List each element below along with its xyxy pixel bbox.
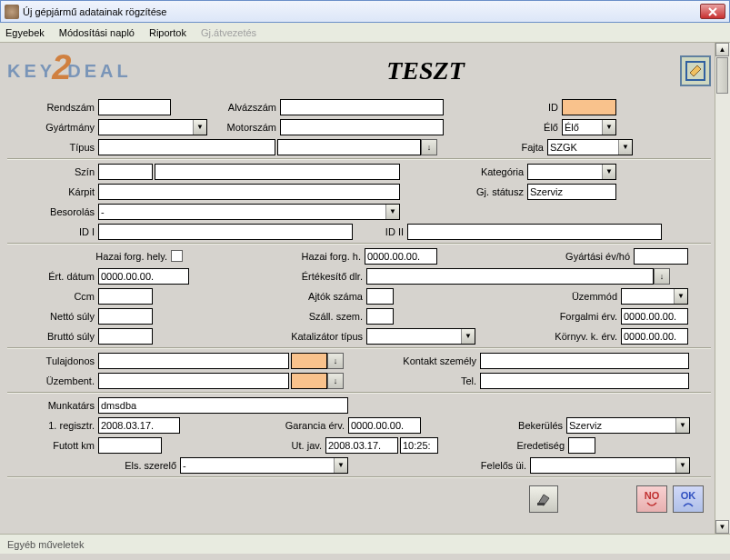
tipus-lookup-button[interactable]: ↓: [421, 139, 437, 155]
label-elo: Élő: [444, 122, 562, 133]
label-netto: Nettó súly: [7, 311, 98, 322]
ert-datum-field[interactable]: 0000.00.00.: [98, 268, 189, 285]
szall-field[interactable]: [366, 308, 394, 325]
bekerules-select[interactable]: Szerviz▼: [566, 417, 690, 434]
label-szall: Száll. szem.: [153, 311, 366, 322]
motorszam-field[interactable]: [280, 119, 444, 135]
close-button[interactable]: [700, 4, 725, 19]
ert-dlr-lookup-button[interactable]: ↓: [654, 268, 670, 285]
futott-field[interactable]: [98, 437, 162, 454]
utjav-date-field[interactable]: 2008.03.17.: [325, 437, 398, 454]
status-text: Egyéb műveletek: [7, 539, 84, 550]
tulajdonos-code-field[interactable]: [291, 353, 327, 369]
menu-egyebek[interactable]: Egyebek: [5, 27, 45, 38]
main-form: KEY 2 DEAL TESZT Rendszám Alvázszám ID G…: [0, 43, 715, 534]
tulajdonos-lookup-button[interactable]: ↓: [327, 353, 344, 369]
rendszam-field[interactable]: [98, 99, 171, 115]
app-icon: [5, 5, 19, 19]
brutto-field[interactable]: [98, 328, 153, 345]
ok-button[interactable]: OK: [673, 485, 704, 513]
ccm-field[interactable]: [98, 288, 153, 305]
elo-select[interactable]: Élő▼: [562, 119, 616, 135]
menu-modositasi-naplo[interactable]: Módosítási napló: [59, 27, 135, 38]
munkatars-field[interactable]: dmsdba: [98, 397, 348, 414]
chevron-down-icon: ▼: [193, 120, 206, 135]
kategoria-select[interactable]: ▼: [527, 164, 616, 180]
id2-field[interactable]: [407, 224, 662, 240]
fajta-select[interactable]: SZGK▼: [547, 139, 633, 155]
eraser-button[interactable]: [529, 485, 558, 513]
kat-tipus-select[interactable]: ▼: [366, 328, 475, 345]
label-uzembent: Üzembent.: [7, 375, 98, 386]
label-besorolas: Besorolás: [7, 206, 98, 217]
scroll-thumb[interactable]: [716, 57, 728, 94]
label-hazai-h: Hazai forg. h.: [183, 251, 365, 262]
id1-field[interactable]: [98, 224, 353, 240]
eredetiseg-field[interactable]: [568, 437, 595, 454]
kornyv-field[interactable]: 0000.00.00.: [621, 328, 688, 345]
label-bekerules: Bekerülés: [421, 420, 566, 431]
utjav-time-field[interactable]: 10:25:: [400, 437, 438, 454]
szin-code-field[interactable]: [98, 164, 153, 180]
netto-field[interactable]: [98, 308, 153, 325]
label-utjav: Ut. jav.: [162, 440, 325, 451]
label-futott: Futott km: [7, 440, 98, 451]
no-button[interactable]: NO: [636, 485, 667, 513]
menu-riportok[interactable]: Riportok: [149, 27, 186, 38]
tipus-field-1[interactable]: [98, 139, 275, 155]
uzembent-field[interactable]: [98, 373, 289, 389]
uzembent-code-field[interactable]: [291, 373, 327, 389]
label-id1: ID I: [7, 226, 98, 237]
alvazszam-field[interactable]: [280, 99, 444, 115]
label-gyartasi: Gyártási év/hó: [437, 251, 634, 262]
scroll-down-button[interactable]: ▼: [715, 520, 729, 534]
vertical-scrollbar[interactable]: ▲ ▼: [715, 43, 730, 534]
gyartasi-field[interactable]: [634, 248, 688, 265]
label-regisztr1: 1. regisztr.: [7, 420, 98, 431]
tulajdonos-field[interactable]: [98, 353, 289, 369]
label-uzemmod: Üzemmód: [394, 291, 621, 302]
id-field[interactable]: [562, 99, 616, 115]
footer-buttons: NO OK: [7, 480, 711, 518]
szin-name-field[interactable]: [155, 164, 400, 180]
gjstatusz-field[interactable]: Szerviz: [527, 184, 616, 200]
label-ert-dlr: Értékesítő dlr.: [189, 271, 366, 282]
label-ajtok: Ajtók száma: [153, 291, 366, 302]
uzembent-lookup-button[interactable]: ↓: [327, 373, 344, 389]
chevron-down-icon: ▼: [602, 120, 615, 135]
chevron-down-icon: ▼: [674, 289, 687, 304]
karpit-field[interactable]: [98, 184, 400, 200]
label-kategoria: Kategória: [400, 166, 527, 177]
edit-button[interactable]: [680, 55, 711, 86]
els-szerelo-select[interactable]: -▼: [180, 457, 348, 474]
ert-dlr-field[interactable]: [366, 268, 654, 285]
label-ccm: Ccm: [7, 291, 98, 302]
label-els-szerelo: Els. szerelő: [7, 460, 180, 471]
tel-field[interactable]: [480, 373, 689, 389]
chevron-down-icon: ▼: [602, 165, 615, 179]
forgalmi-field[interactable]: 0000.00.00.: [621, 308, 688, 325]
tipus-field-2[interactable]: [277, 139, 421, 155]
label-id2: ID II: [353, 226, 407, 237]
menubar: Egyebek Módosítási napló Riportok Gj.átv…: [0, 23, 730, 43]
garancia-field[interactable]: 0000.00.00.: [348, 417, 421, 434]
besorolas-select[interactable]: -▼: [98, 204, 400, 220]
gyartmany-select[interactable]: ▼: [98, 119, 207, 135]
label-karpit: Kárpit: [7, 186, 98, 197]
kontakt-field[interactable]: [480, 353, 689, 369]
label-rendszam: Rendszám: [7, 102, 98, 113]
chevron-down-icon: ▼: [675, 418, 689, 433]
uzemmod-select[interactable]: ▼: [621, 288, 688, 305]
scroll-up-button[interactable]: ▲: [715, 43, 729, 56]
menu-gjatvezetes: Gj.átvezetés: [201, 27, 256, 38]
label-ert-datum: Ért. dátum: [7, 271, 98, 282]
hazai-hely-checkbox[interactable]: [171, 250, 183, 262]
hazai-h-field[interactable]: 0000.00.00.: [365, 248, 437, 265]
window-title: Új gépjármű adatainak rögzítése: [23, 6, 700, 17]
label-kornyv: Környv. k. érv.: [475, 331, 621, 342]
regisztr1-field[interactable]: 2008.03.17.: [98, 417, 180, 434]
felelos-select[interactable]: ▼: [530, 457, 690, 474]
ajtok-field[interactable]: [366, 288, 394, 305]
label-tulajdonos: Tulajdonos: [7, 355, 98, 366]
titlebar: Új gépjármű adatainak rögzítése: [0, 0, 730, 23]
